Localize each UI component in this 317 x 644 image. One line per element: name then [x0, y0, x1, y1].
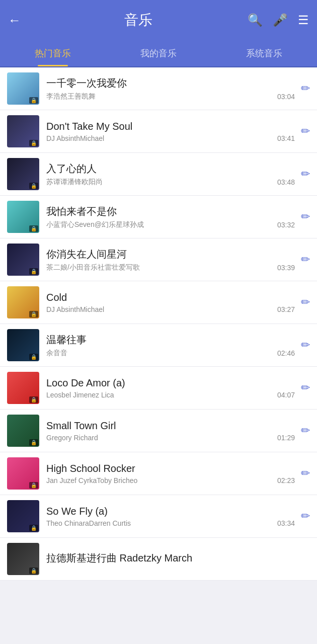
song-info: 拉德斯基进行曲 Radetzky March: [46, 551, 310, 567]
song-artist: Leosbel Jimenez Lica: [46, 391, 272, 399]
song-thumbnail: 🔒: [7, 115, 39, 147]
song-title: 我怕来者不是你: [46, 205, 295, 218]
song-info: Don't Take My SoulDJ AbsinthMichael03:41: [46, 121, 295, 142]
mic-icon[interactable]: 🎤: [273, 13, 288, 27]
song-duration: 03:39: [277, 264, 295, 272]
list-item[interactable]: 🔒入了心的人苏谭谭潘锋欧阳尚03:48✏: [0, 153, 317, 196]
menu-icon[interactable]: ☰: [298, 13, 309, 27]
edit-icon[interactable]: ✏: [301, 381, 310, 394]
song-thumbnail: 🔒: [7, 543, 39, 575]
song-info: 我怕来者不是你小蓝背心Seven@幻乐星球孙成03:32: [46, 205, 295, 229]
song-artist: 苏谭谭潘锋欧阳尚: [46, 178, 272, 187]
song-duration: 03:32: [277, 221, 295, 229]
song-duration: 03:27: [277, 305, 295, 313]
song-thumbnail: 🔒: [7, 415, 39, 447]
song-artist: 李浩然王善凯舞: [46, 92, 272, 101]
song-artist: 余音音: [46, 349, 272, 358]
tab-system[interactable]: 系统音乐: [211, 40, 317, 66]
list-item[interactable]: 🔒我怕来者不是你小蓝背心Seven@幻乐星球孙成03:32✏: [0, 196, 317, 238]
lock-icon: 🔒: [29, 525, 38, 531]
song-list: 🔒一千零一次我爱你李浩然王善凯舞03:04✏🔒Don't Take My Sou…: [0, 67, 317, 581]
list-item[interactable]: 🔒Don't Take My SoulDJ AbsinthMichael03:4…: [0, 110, 317, 153]
lock-icon: 🔒: [29, 268, 38, 275]
song-meta: 苏谭谭潘锋欧阳尚03:48: [46, 178, 295, 187]
search-icon[interactable]: 🔍: [248, 13, 263, 27]
edit-icon[interactable]: ✏: [301, 210, 310, 223]
edit-icon[interactable]: ✏: [301, 82, 310, 95]
list-item[interactable]: 🔒High School RockerJan Juzef CyrkaToby B…: [0, 452, 317, 495]
song-info: So We Fly (a)Theo ChinaraDarren Curtis03…: [46, 506, 295, 527]
list-item[interactable]: 🔒一千零一次我爱你李浩然王善凯舞03:04✏: [0, 67, 317, 110]
edit-icon[interactable]: ✏: [301, 253, 310, 266]
list-item[interactable]: 🔒你消失在人间星河茶二娘/小田音乐社雷壮爱写歌03:39✏: [0, 238, 317, 281]
edit-icon[interactable]: ✏: [301, 168, 310, 181]
song-info: 温馨往事余音音02:46: [46, 333, 295, 358]
list-item[interactable]: 🔒Loco De Amor (a)Leosbel Jimenez Lica04:…: [0, 367, 317, 410]
song-artist: Theo ChinaraDarren Curtis: [46, 519, 272, 527]
lock-icon: 🔒: [29, 97, 38, 104]
edit-icon[interactable]: ✏: [301, 510, 310, 523]
lock-icon: 🔒: [29, 183, 38, 189]
list-item[interactable]: 🔒ColdDJ AbsinthMichael03:27✏: [0, 281, 317, 324]
song-title: 你消失在人间星河: [46, 248, 295, 261]
edit-icon[interactable]: ✏: [301, 424, 310, 437]
song-thumbnail: 🔒: [7, 500, 39, 532]
song-duration: 02:46: [277, 349, 295, 357]
list-item[interactable]: 🔒拉德斯基进行曲 Radetzky March: [0, 538, 317, 581]
song-title: Don't Take My Soul: [46, 121, 295, 132]
song-duration: 03:48: [277, 178, 295, 186]
list-item[interactable]: 🔒温馨往事余音音02:46✏: [0, 324, 317, 367]
song-thumbnail: 🔒: [7, 372, 39, 404]
song-info: Loco De Amor (a)Leosbel Jimenez Lica04:0…: [46, 377, 295, 399]
song-title: 一千零一次我爱你: [46, 76, 295, 90]
song-meta: Jan Juzef CyrkaToby Bricheo02:23: [46, 476, 295, 485]
header: ← 音乐 🔍 🎤 ☰: [0, 0, 317, 40]
song-duration: 03:41: [277, 134, 295, 142]
song-artist: DJ AbsinthMichael: [46, 134, 272, 142]
song-meta: Leosbel Jimenez Lica04:07: [46, 391, 295, 399]
song-meta: Gregory Richard01:29: [46, 434, 295, 442]
lock-icon: 🔒: [29, 568, 38, 574]
song-artist: 茶二娘/小田音乐社雷壮爱写歌: [46, 263, 272, 272]
lock-icon: 🔒: [29, 140, 38, 146]
edit-icon[interactable]: ✏: [301, 339, 310, 352]
list-item[interactable]: 🔒So We Fly (a)Theo ChinaraDarren Curtis0…: [0, 495, 317, 538]
song-artist: DJ AbsinthMichael: [46, 305, 272, 313]
song-title: 拉德斯基进行曲 Radetzky March: [46, 551, 310, 565]
song-artist: Gregory Richard: [46, 434, 272, 442]
song-duration: 01:29: [277, 434, 295, 442]
lock-icon: 🔒: [29, 482, 38, 489]
lock-icon: 🔒: [29, 396, 38, 403]
lock-icon: 🔒: [29, 439, 38, 446]
tab-mine[interactable]: 我的音乐: [106, 40, 211, 66]
song-duration: 03:34: [277, 519, 295, 527]
edit-icon[interactable]: ✏: [301, 467, 310, 480]
song-meta: DJ AbsinthMichael03:27: [46, 305, 295, 313]
song-thumbnail: 🔒: [7, 158, 39, 190]
list-item[interactable]: 🔒Small Town GirlGregory Richard01:29✏: [0, 410, 317, 452]
lock-icon: 🔒: [29, 354, 38, 360]
song-title: Small Town Girl: [46, 420, 295, 432]
back-button[interactable]: ←: [8, 13, 21, 28]
song-thumbnail: 🔒: [7, 201, 39, 233]
song-title: 温馨往事: [46, 333, 295, 347]
song-info: High School RockerJan Juzef CyrkaToby Br…: [46, 463, 295, 485]
song-meta: 小蓝背心Seven@幻乐星球孙成03:32: [46, 220, 295, 229]
song-meta: DJ AbsinthMichael03:41: [46, 134, 295, 142]
song-info: ColdDJ AbsinthMichael03:27: [46, 292, 295, 313]
song-thumbnail: 🔒: [7, 244, 39, 276]
song-info: 入了心的人苏谭谭潘锋欧阳尚03:48: [46, 162, 295, 187]
song-title: So We Fly (a): [46, 506, 295, 517]
song-duration: 04:07: [277, 391, 295, 399]
tab-hot[interactable]: 热门音乐: [0, 40, 106, 66]
song-info: Small Town GirlGregory Richard01:29: [46, 420, 295, 442]
song-thumbnail: 🔒: [7, 329, 39, 361]
edit-icon[interactable]: ✏: [301, 125, 310, 138]
edit-icon[interactable]: ✏: [301, 296, 310, 309]
song-meta: 余音音02:46: [46, 349, 295, 358]
lock-icon: 🔒: [29, 225, 38, 232]
song-duration: 02:23: [277, 476, 295, 485]
song-artist: Jan Juzef CyrkaToby Bricheo: [46, 476, 272, 485]
song-title: 入了心的人: [46, 162, 295, 176]
tab-bar: 热门音乐 我的音乐 系统音乐: [0, 40, 317, 67]
